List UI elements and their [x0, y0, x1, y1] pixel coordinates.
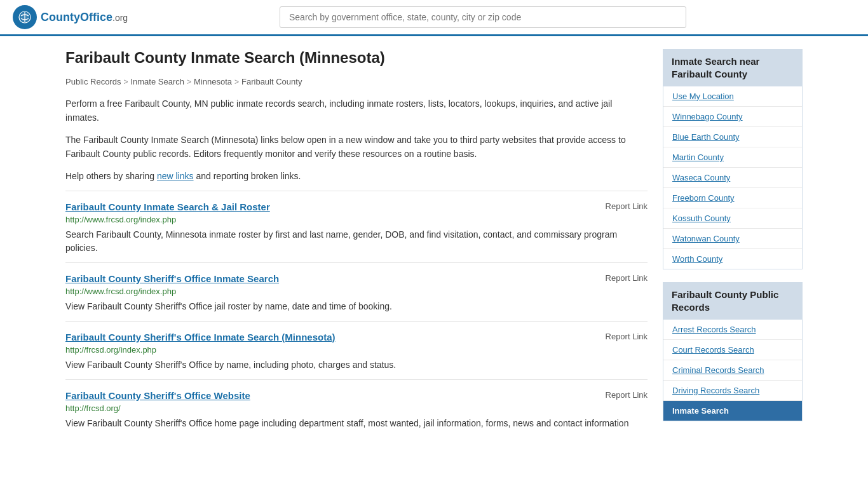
- search-input[interactable]: [280, 6, 686, 28]
- result-entry-0: Report LinkFaribault County Inmate Searc…: [65, 191, 648, 262]
- logo-text[interactable]: CountyOffice.org: [41, 11, 128, 24]
- content-area: Faribault County Inmate Search (Minnesot…: [65, 49, 648, 438]
- sidebar-nearby-item-5[interactable]: Freeborn County: [663, 188, 802, 208]
- sidebar-nearby-item-8[interactable]: Worth County: [663, 249, 802, 269]
- search-bar[interactable]: [280, 6, 686, 28]
- sidebar-nearby-item-4[interactable]: Waseca County: [663, 168, 802, 188]
- results-list: Report LinkFaribault County Inmate Searc…: [65, 191, 648, 438]
- result-title-1[interactable]: Faribault County Sheriff's Office Inmate…: [65, 273, 279, 284]
- breadcrumb-faribault-county[interactable]: Faribault County: [241, 77, 302, 86]
- description-2: The Faribault County Inmate Search (Minn…: [65, 133, 648, 161]
- sidebar-nearby-item-3[interactable]: Martin County: [663, 147, 802, 168]
- result-title-0[interactable]: Faribault County Inmate Search & Jail Ro…: [65, 201, 270, 212]
- sidebar-public-records-items: Arrest Records SearchCourt Records Searc…: [663, 320, 803, 421]
- report-link-3[interactable]: Report Link: [606, 390, 648, 400]
- sidebar-pr-item-0[interactable]: Arrest Records Search: [663, 320, 802, 340]
- sidebar-nearby-items: Use My LocationWinnebago CountyBlue Eart…: [663, 86, 803, 269]
- main-layout: Faribault County Inmate Search (Minnesot…: [53, 36, 815, 451]
- result-desc-3: View Faribault County Sheriff's Office h…: [65, 417, 648, 430]
- sidebar-nearby-section: Inmate Search near Faribault County Use …: [663, 49, 803, 269]
- sidebar-nearby-item-7[interactable]: Watonwan County: [663, 229, 802, 249]
- result-url-3[interactable]: http://frcsd.org/: [65, 403, 648, 413]
- logo-area: CountyOffice.org: [13, 5, 140, 29]
- site-header: CountyOffice.org: [0, 0, 868, 36]
- result-entry-2: Report LinkFaribault County Sheriff's Of…: [65, 321, 648, 379]
- sidebar-nearby-heading: Inmate Search near Faribault County: [663, 49, 803, 86]
- new-links-link[interactable]: new links: [157, 171, 194, 181]
- sidebar-public-records-section: Faribault County Public Records Arrest R…: [663, 282, 803, 421]
- result-entry-3: Report LinkFaribault County Sheriff's Of…: [65, 379, 648, 438]
- sidebar-public-records-heading: Faribault County Public Records: [663, 282, 803, 320]
- sidebar-pr-item-4[interactable]: Inmate Search: [663, 401, 802, 421]
- result-url-2[interactable]: http://frcsd.org/index.php: [65, 345, 648, 355]
- breadcrumb: Public Records > Inmate Search > Minneso…: [65, 77, 648, 86]
- sidebar-pr-item-3[interactable]: Driving Records Search: [663, 381, 802, 401]
- desc3-suffix: and reporting broken links.: [194, 171, 301, 181]
- result-url-1[interactable]: http://www.frcsd.org/index.php: [65, 287, 648, 296]
- result-desc-1: View Faribault County Sheriff's Office j…: [65, 300, 648, 313]
- page-title: Faribault County Inmate Search (Minnesot…: [65, 49, 648, 67]
- breadcrumb-sep-2: >: [187, 78, 191, 86]
- report-link-1[interactable]: Report Link: [606, 273, 648, 283]
- breadcrumb-sep-3: >: [234, 78, 239, 86]
- logo-org: .org: [112, 13, 128, 23]
- desc3-prefix: Help others by sharing: [65, 171, 157, 181]
- report-link-2[interactable]: Report Link: [606, 332, 648, 341]
- result-entry-1: Report LinkFaribault County Sheriff's Of…: [65, 262, 648, 321]
- result-url-0[interactable]: http://www.frcsd.org/index.php: [65, 215, 648, 224]
- report-link-0[interactable]: Report Link: [606, 201, 648, 211]
- result-desc-2: View Faribault County Sheriff's Office b…: [65, 358, 648, 372]
- result-desc-0: Search Faribault County, Minnesota inmat…: [65, 228, 648, 255]
- result-title-2[interactable]: Faribault County Sheriff's Office Inmate…: [65, 332, 335, 342]
- breadcrumb-minnesota[interactable]: Minnesota: [194, 77, 232, 86]
- sidebar-pr-item-2[interactable]: Criminal Records Search: [663, 360, 802, 381]
- breadcrumb-inmate-search[interactable]: Inmate Search: [130, 77, 184, 86]
- description-1: Perform a free Faribault County, MN publ…: [65, 97, 648, 125]
- breadcrumb-sep-1: >: [123, 78, 128, 86]
- breadcrumb-public-records[interactable]: Public Records: [65, 77, 121, 86]
- logo-icon: [13, 5, 37, 29]
- sidebar-nearby-item-6[interactable]: Kossuth County: [663, 208, 802, 229]
- result-title-3[interactable]: Faribault County Sheriff's Office Websit…: [65, 390, 250, 401]
- sidebar-nearby-item-2[interactable]: Blue Earth County: [663, 127, 802, 147]
- sidebar-nearby-item-1[interactable]: Winnebago County: [663, 107, 802, 127]
- description-3: Help others by sharing new links and rep…: [65, 169, 648, 183]
- sidebar-pr-item-1[interactable]: Court Records Search: [663, 340, 802, 360]
- logo-county: CountyOffice: [41, 11, 112, 24]
- sidebar: Inmate Search near Faribault County Use …: [663, 49, 803, 438]
- sidebar-nearby-item-0[interactable]: Use My Location: [663, 86, 802, 107]
